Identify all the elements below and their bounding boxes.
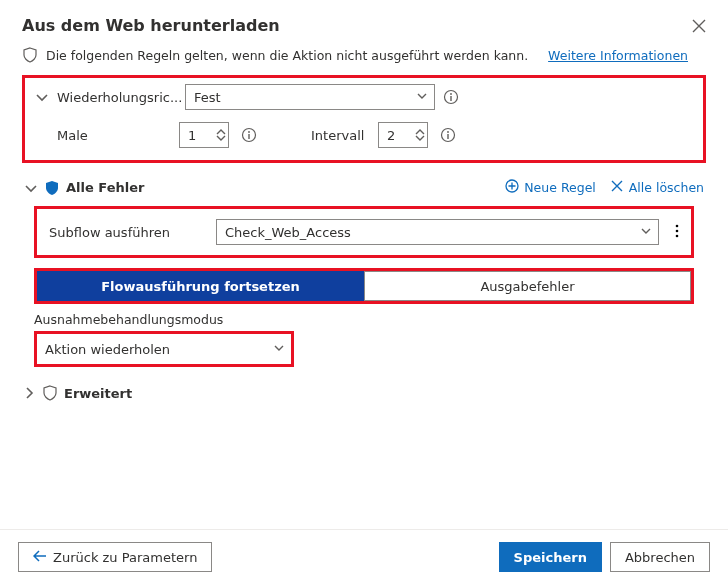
dialog-title: Aus dem Web herunterladen <box>22 16 280 35</box>
info-text: Die folgenden Regeln gelten, wenn die Ak… <box>46 48 528 63</box>
subflow-rule-box: Subflow ausführen Check_Web_Access <box>34 206 694 258</box>
exception-mode-select[interactable]: Aktion wiederholen <box>37 334 291 364</box>
handling-tabs: Flowausführung fortsetzen Ausgabefehler <box>34 268 694 304</box>
retry-mode-select[interactable]: Fest <box>185 84 435 110</box>
info-icon[interactable] <box>241 127 257 143</box>
retry-interval-input[interactable]: 2 <box>378 122 428 148</box>
chevron-right-icon <box>22 386 36 400</box>
retry-policy-label: Wiederholungsric... <box>57 90 177 105</box>
info-bar: Die folgenden Regeln gelten, wenn die Ak… <box>22 47 706 63</box>
cancel-button[interactable]: Abbrechen <box>610 542 710 572</box>
subflow-select[interactable]: Check_Web_Access <box>216 219 659 245</box>
save-button-label: Speichern <box>514 550 587 565</box>
tab-continue-flow[interactable]: Flowausführung fortsetzen <box>37 271 364 301</box>
spin-down-icon[interactable] <box>415 135 425 141</box>
info-icon[interactable] <box>443 89 459 105</box>
chevron-down-icon <box>416 90 428 105</box>
advanced-label: Erweitert <box>64 386 132 401</box>
retry-collapse-toggle[interactable] <box>35 90 49 104</box>
svg-point-1 <box>450 93 452 95</box>
retry-interval-value: 2 <box>387 128 395 143</box>
back-button-label: Zurück zu Parametern <box>53 550 197 565</box>
retry-times-label: Male <box>57 128 167 143</box>
tab-output-error[interactable]: Ausgabefehler <box>364 271 691 301</box>
subflow-value: Check_Web_Access <box>225 225 351 240</box>
subflow-label: Subflow ausführen <box>49 225 204 240</box>
svg-rect-5 <box>248 134 249 139</box>
arrow-left-icon <box>33 550 47 565</box>
retry-mode-value: Fest <box>194 90 221 105</box>
plus-circle-icon <box>505 179 519 196</box>
spin-down-icon[interactable] <box>216 135 226 141</box>
shield-filled-icon <box>44 180 60 196</box>
svg-point-12 <box>676 234 679 237</box>
all-errors-header: Alle Fehler Neue Regel Alle löschen <box>22 173 706 200</box>
exception-mode-value: Aktion wiederholen <box>45 342 170 357</box>
x-icon <box>610 179 624 196</box>
new-rule-button[interactable]: Neue Regel <box>505 179 596 196</box>
back-button[interactable]: Zurück zu Parametern <box>18 542 212 572</box>
all-errors-collapse-toggle[interactable] <box>24 181 38 195</box>
clear-all-label: Alle löschen <box>629 180 704 195</box>
svg-point-7 <box>447 131 449 133</box>
retry-times-value: 1 <box>188 128 196 143</box>
svg-rect-2 <box>450 96 451 101</box>
retry-times-input[interactable]: 1 <box>179 122 229 148</box>
retry-interval-label: Intervall <box>311 128 366 143</box>
svg-point-10 <box>676 224 679 227</box>
shield-icon <box>42 385 58 401</box>
close-button[interactable] <box>692 19 706 33</box>
exception-mode-label: Ausnahmebehandlungsmodus <box>34 312 694 327</box>
more-info-link[interactable]: Weitere Informationen <box>548 48 688 63</box>
all-errors-title: Alle Fehler <box>66 180 144 195</box>
svg-point-11 <box>676 229 679 232</box>
chevron-down-icon <box>640 225 652 240</box>
clear-all-button[interactable]: Alle löschen <box>610 179 704 196</box>
cancel-button-label: Abbrechen <box>625 550 695 565</box>
new-rule-label: Neue Regel <box>524 180 596 195</box>
svg-rect-8 <box>447 134 448 139</box>
rule-more-menu[interactable] <box>675 223 679 242</box>
shield-icon <box>22 47 38 63</box>
chevron-down-icon <box>273 342 285 357</box>
info-icon[interactable] <box>440 127 456 143</box>
svg-point-4 <box>248 131 250 133</box>
save-button[interactable]: Speichern <box>499 542 602 572</box>
advanced-section[interactable]: Erweitert <box>22 385 706 401</box>
retry-policy-section: Wiederholungsric... Fest Male 1 <box>22 75 706 163</box>
